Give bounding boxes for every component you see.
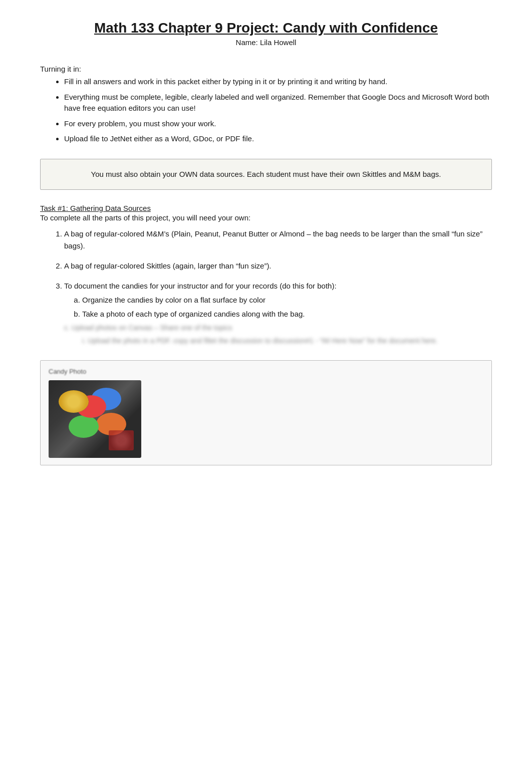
- task1-list: A bag of regular-colored M&M’s (Plain, P…: [64, 228, 492, 347]
- task1-intro: To complete all the parts of this projec…: [40, 213, 492, 222]
- sub-list: Organize the candies by color on a flat …: [82, 294, 492, 320]
- list-item: Fill in all answers and work in this pac…: [64, 76, 492, 88]
- image-label: Candy Photo: [49, 368, 483, 375]
- notice-box: You must also obtain your OWN data sourc…: [40, 159, 492, 190]
- notice-text: You must also obtain your OWN data sourc…: [91, 170, 441, 178]
- list-item: To document the candies for your instruc…: [64, 280, 492, 347]
- list-item: Everything must be complete, legible, cl…: [64, 92, 492, 114]
- candy-photo: [49, 380, 141, 458]
- task1-item3-text: To document the candies for your instruc…: [64, 282, 337, 290]
- turning-in-label: Turning it in:: [40, 65, 492, 73]
- student-name: Name: Lila Howell: [40, 38, 492, 47]
- list-item: A bag of regular-colored Skittles (again…: [64, 260, 492, 272]
- list-item: For every problem, you must show your wo…: [64, 118, 492, 130]
- list-item: A bag of regular-colored M&M’s (Plain, P…: [64, 228, 492, 252]
- blurred-item-c: c. Upload photos on Canvas – Share one o…: [64, 322, 492, 333]
- task1-header: Task #1: Gathering Data Sources: [40, 204, 492, 212]
- list-item: Organize the candies by color on a flat …: [82, 294, 492, 306]
- turning-in-section: Turning it in: Fill in all answers and w…: [40, 65, 492, 145]
- image-section: Candy Photo: [40, 360, 492, 465]
- page-header: Math 133 Chapter 9 Project: Candy with C…: [40, 20, 492, 47]
- list-item: Take a photo of each type of organized c…: [82, 308, 492, 320]
- page-title: Math 133 Chapter 9 Project: Candy with C…: [94, 20, 438, 36]
- list-item: Upload file to JetNet either as a Word, …: [64, 133, 492, 145]
- turning-in-list: Fill in all answers and work in this pac…: [64, 76, 492, 145]
- blurred-item-d: i. Upload the photo in a PDF. copy and f…: [82, 335, 492, 346]
